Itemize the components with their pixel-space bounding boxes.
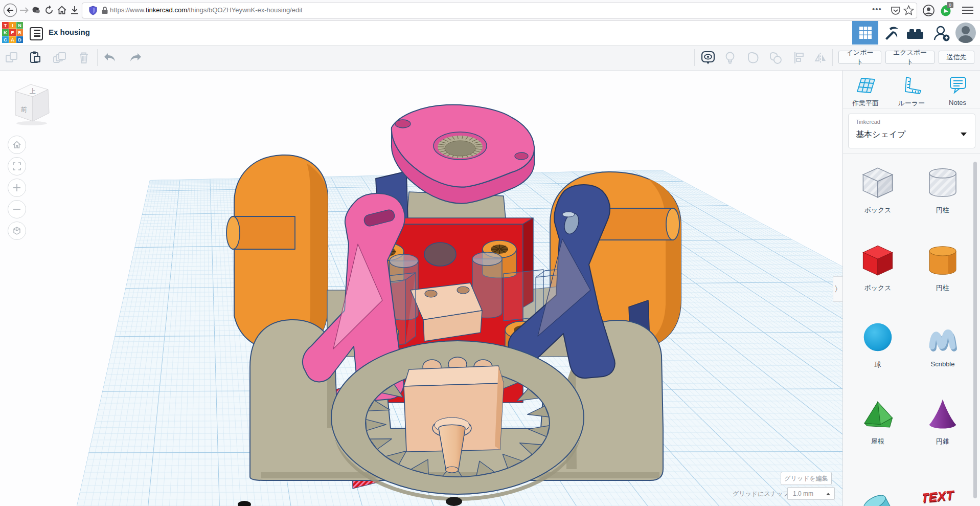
menu-hamburger-icon[interactable] (962, 6, 973, 15)
striped-cylinder-icon (923, 163, 963, 203)
logo-tile: E (9, 29, 16, 36)
duplicate-icon[interactable] (52, 50, 67, 65)
design-properties-icon[interactable] (30, 27, 43, 40)
avast-extension-icon[interactable]: 0 (940, 3, 955, 17)
shape-tile-tube-partial[interactable] (847, 482, 908, 506)
view-cube[interactable]: 上 前 (11, 79, 51, 128)
shape-tile-text-partial[interactable]: TEXT TEXT (912, 482, 973, 506)
shape-tile-cylinder-orange[interactable]: 円柱 (912, 240, 973, 293)
brick-export-icon[interactable] (906, 28, 924, 42)
home-icon[interactable] (55, 3, 69, 17)
logo-tile: I (9, 22, 16, 29)
panel-scrollbar[interactable] (973, 162, 977, 498)
align-icon[interactable] (791, 50, 807, 65)
text-3d-icon: TEXT TEXT (923, 482, 963, 506)
dashboard-grid-button[interactable] (852, 21, 878, 45)
shape-tile-sphere[interactable]: 球 (847, 317, 908, 369)
library-brand: Tinkercad (856, 119, 880, 125)
caret-up-icon (826, 493, 830, 495)
viewport-3d[interactable]: 上 前 グリッドを編集 グリッドにスナップ 1.0 mm 〉 (0, 70, 842, 506)
logo-tile: D (16, 36, 23, 43)
page-actions-icon[interactable]: ••• (872, 5, 882, 13)
lock-icon (101, 6, 109, 15)
shape-tile-cylinder-transparent[interactable]: 円柱 (912, 163, 973, 215)
account-icon[interactable] (922, 4, 935, 17)
shape-tile-scribble[interactable]: Scribble (912, 317, 973, 368)
bulb-hole-icon[interactable] (722, 50, 738, 65)
logo-tile: T (2, 22, 9, 29)
scribble-icon (923, 317, 963, 357)
extension-blob-icon[interactable] (29, 3, 43, 17)
export-button[interactable]: エクスポート (885, 51, 935, 64)
logo-tile: A (9, 36, 16, 43)
zoom-in-button[interactable] (8, 179, 26, 197)
minecraft-pickaxe-icon[interactable] (882, 25, 900, 43)
notes-tool[interactable]: Notes (935, 75, 980, 106)
url-bar[interactable]: https://www.tinkercad.com/things/bQOZHYe… (82, 3, 917, 18)
teal-cylinder-icon (858, 482, 898, 506)
shape-tile-roof[interactable]: 屋根 (847, 394, 908, 446)
shape-library-dropdown[interactable]: Tinkercad 基本シェイプ (848, 114, 975, 148)
scene-canvas[interactable] (0, 70, 842, 506)
app-header: T I N K E R C A D Ex housing (0, 20, 980, 46)
delete-icon[interactable] (76, 50, 92, 65)
reload-icon[interactable] (42, 3, 56, 17)
ruler-label: ルーラー (889, 99, 934, 108)
redo-icon[interactable] (128, 50, 143, 65)
shape-panel: 作業平面 ルーラー Notes Tinkercad 基本シェイプ ボックス 円柱… (842, 70, 980, 506)
striped-box-icon (858, 163, 898, 203)
home-view-button[interactable] (8, 136, 26, 154)
invite-person-icon[interactable] (932, 25, 951, 43)
perspective-toggle-button[interactable] (8, 222, 26, 240)
extension-badge: 0 (947, 2, 953, 8)
download-icon[interactable] (67, 3, 82, 17)
workplane-icon (854, 75, 877, 95)
roof-icon (858, 394, 898, 434)
ungroup-icon[interactable] (768, 50, 783, 65)
notes-label: Notes (935, 99, 980, 106)
url-text[interactable]: https://www.tinkercad.com/things/bQOZHYe… (110, 6, 303, 14)
bookmark-star-icon[interactable] (903, 5, 914, 16)
design-title[interactable]: Ex housing (49, 28, 90, 36)
workplane-tool[interactable]: 作業平面 (843, 75, 888, 108)
logo-tile: K (2, 29, 9, 36)
undo-icon[interactable] (102, 50, 118, 65)
ruler-icon (900, 75, 923, 95)
tracking-shield-icon[interactable] (88, 6, 98, 15)
import-button[interactable]: インポート (838, 51, 881, 64)
view-cube-top-label[interactable]: 上 (30, 87, 36, 95)
model-cone-shadow-dot (446, 497, 462, 506)
model-assembly[interactable] (226, 105, 681, 506)
logo-tile: C (2, 36, 9, 43)
sphere-icon (858, 317, 898, 357)
orange-cylinder-icon (923, 240, 963, 280)
snap-grid-value: 1.0 mm (793, 490, 813, 497)
mirror-icon[interactable] (814, 50, 829, 65)
pocket-icon[interactable] (890, 5, 901, 16)
panel-collapse-handle[interactable]: 〉 (833, 276, 842, 302)
back-icon[interactable] (3, 3, 17, 17)
ruler-tool[interactable]: ルーラー (889, 75, 934, 108)
notes-icon (946, 75, 969, 95)
fit-view-button[interactable] (8, 157, 26, 175)
browser-toolbar: https://www.tinkercad.com/things/bQOZHYe… (0, 0, 980, 21)
shape-tile-box-red[interactable]: ボックス (847, 240, 908, 293)
send-to-button[interactable]: 送信先 (939, 51, 974, 64)
cone-icon (923, 394, 963, 434)
group-icon[interactable] (745, 50, 761, 65)
zoom-out-button[interactable] (8, 200, 26, 218)
paste-icon[interactable] (28, 50, 43, 65)
edit-grid-button[interactable]: グリッドを編集 (781, 472, 832, 485)
show-all-icon[interactable] (700, 50, 716, 65)
user-avatar[interactable] (955, 23, 976, 43)
shape-tile-box-transparent[interactable]: ボックス (847, 163, 908, 215)
edit-toolbar: インポート エクスポート 送信先 (0, 45, 980, 71)
caret-down-icon (961, 133, 967, 136)
logo-tile: N (16, 22, 23, 29)
copy-icon[interactable] (4, 50, 19, 65)
view-cube-front-label[interactable]: 前 (21, 106, 27, 113)
shape-tile-cone[interactable]: 円錐 (912, 394, 973, 446)
snap-grid-select[interactable]: 1.0 mm (787, 487, 835, 500)
tinkercad-logo[interactable]: T I N K E R C A D (2, 22, 24, 44)
library-category: 基本シェイプ (856, 129, 906, 140)
